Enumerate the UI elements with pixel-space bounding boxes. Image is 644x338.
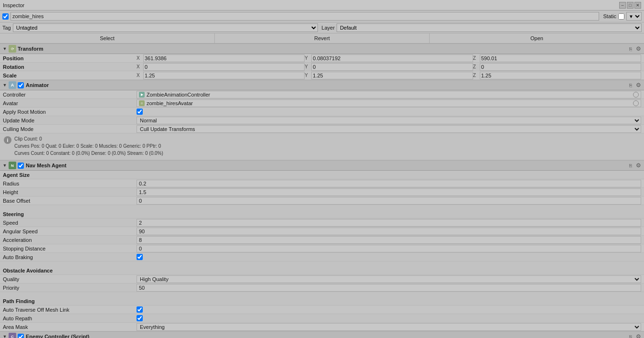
avatar-label: Avatar (3, 100, 137, 106)
controller-label: Controller (3, 92, 137, 98)
scale-y-group: Y (305, 72, 473, 79)
controller-ref-icon: ▶ (139, 92, 145, 98)
minimize-button[interactable]: – (619, 2, 626, 9)
static-dropdown[interactable]: ▼ (626, 12, 642, 21)
scale-x-group: X (137, 72, 305, 79)
update-mode-select[interactable]: Normal (137, 117, 641, 124)
auto-traverse-checkbox[interactable] (137, 306, 143, 313)
scale-x-input[interactable] (143, 72, 305, 79)
static-checkbox[interactable] (618, 13, 624, 20)
avatar-ref: ☺ zombie_hiresAvatar (137, 99, 641, 107)
quality-select[interactable]: High Quality (137, 275, 641, 283)
steering-heading-row: Steering (0, 210, 644, 218)
scale-x-letter: X (137, 73, 142, 78)
rotation-y-group: Y (305, 63, 473, 71)
base-offset-input[interactable] (137, 197, 641, 205)
model-select-button[interactable]: Select (0, 33, 215, 43)
auto-repath-checkbox[interactable] (137, 315, 143, 321)
area-mask-row: Area Mask Everything (0, 323, 644, 331)
height-input[interactable] (137, 188, 641, 196)
enemy-controller-copy-button[interactable]: ⎘ (627, 333, 634, 338)
object-active-checkbox[interactable] (2, 13, 9, 20)
model-open-button[interactable]: Open (430, 33, 644, 43)
tag-select[interactable]: Untagted (13, 23, 318, 32)
auto-traverse-values (137, 306, 641, 313)
layer-select[interactable]: Default (337, 23, 642, 32)
pathfinding-heading: Path Finding (3, 298, 35, 304)
object-header: Static ▼ (0, 11, 644, 22)
area-mask-select[interactable]: Everything (137, 323, 641, 331)
rotation-y-input[interactable] (311, 63, 473, 71)
apply-root-motion-checkbox[interactable] (137, 109, 143, 115)
scale-z-group: Z (473, 72, 641, 79)
avatar-ref-icon: ☺ (139, 100, 145, 106)
culling-mode-select[interactable]: Cull Update Transforms (137, 125, 641, 133)
animator-section-header[interactable]: ▼ A Animator ⎘ ⚙ (0, 80, 644, 90)
rotation-x-group: X (137, 63, 305, 71)
position-y-input[interactable] (311, 55, 473, 62)
scale-row: Scale X Y Z (0, 71, 644, 80)
rotation-row: Rotation X Y Z (0, 63, 644, 71)
animator-arrow-icon: ▼ (2, 82, 8, 88)
rotation-z-input[interactable] (480, 63, 641, 71)
transform-arrow-icon: ▼ (2, 46, 8, 52)
controller-select-circle[interactable] (633, 92, 639, 98)
navmesh-section-header[interactable]: ▼ N Nav Mesh Agent ⎘ ⚙ (0, 160, 644, 171)
auto-repath-label: Auto Repath (3, 316, 137, 321)
auto-traverse-row: Auto Traverse Off Mesh Link (0, 305, 644, 314)
controller-ref: ▶ ZombieAnimationController (137, 91, 641, 98)
navmesh-arrow-icon: ▼ (2, 163, 8, 168)
radius-row: Radius (0, 179, 644, 188)
transform-section-header[interactable]: ▼ ⟳ Transform ⎘ ⚙ (0, 44, 644, 54)
model-revert-button[interactable]: Revert (215, 33, 430, 43)
scale-xyz: X Y Z (137, 72, 641, 79)
title-bar-controls: – □ ✕ (619, 2, 641, 9)
stopping-distance-input[interactable] (137, 245, 641, 252)
navmesh-icon: N (9, 162, 16, 169)
navmesh-active-checkbox[interactable] (18, 163, 24, 169)
enemy-controller-section-header[interactable]: ▼ C Enemy Controller (Script) ⎘ ⚙ (0, 331, 644, 338)
navmesh-gear-button[interactable]: ⚙ (634, 162, 642, 169)
transform-copy-button[interactable]: ⎘ (627, 45, 634, 53)
object-name-input[interactable] (11, 12, 599, 21)
area-mask-label: Area Mask (3, 324, 137, 330)
obstacle-heading: Obstacle Avoidance (3, 268, 53, 273)
radius-label: Radius (3, 181, 137, 186)
position-z-input[interactable] (480, 55, 641, 62)
animator-active-checkbox[interactable] (18, 82, 24, 88)
enemy-controller-gear-button[interactable]: ⚙ (634, 333, 642, 338)
rotation-xyz: X Y Z (137, 63, 641, 71)
maximize-button[interactable]: □ (627, 2, 633, 9)
position-z-group: Z (473, 55, 641, 62)
controller-row: Controller ▶ ZombieAnimationController (0, 90, 644, 99)
rotation-x-input[interactable] (143, 63, 305, 71)
speed-input[interactable] (137, 219, 641, 227)
acceleration-row: Acceleration (0, 236, 644, 244)
priority-input[interactable] (137, 284, 641, 292)
title-bar-text: Inspector (3, 2, 24, 8)
animator-copy-button[interactable]: ⎘ (627, 81, 634, 89)
enemy-controller-active-checkbox[interactable] (18, 334, 24, 338)
scale-z-input[interactable] (480, 72, 641, 79)
position-x-input[interactable] (143, 55, 305, 62)
inspector-content[interactable]: ▼ ⟳ Transform ⎘ ⚙ Position X Y Z (0, 44, 644, 338)
obstacle-heading-row: Obstacle Avoidance (0, 266, 644, 275)
angular-speed-input[interactable] (137, 228, 641, 235)
close-button[interactable]: ✕ (634, 2, 641, 9)
scale-label: Scale (3, 73, 137, 78)
controller-value: ZombieAnimationController (147, 92, 210, 98)
scale-y-letter: Y (305, 73, 310, 78)
auto-braking-checkbox[interactable] (137, 254, 143, 260)
scale-y-input[interactable] (311, 72, 473, 79)
animator-gear-button[interactable]: ⚙ (634, 81, 642, 89)
animator-info-box: i Clip Count: 0 Curves Pos: 0 Quat: 0 Eu… (0, 133, 644, 160)
apply-root-motion-row: Apply Root Motion (0, 108, 644, 116)
acceleration-input[interactable] (137, 236, 641, 244)
radius-input[interactable] (137, 180, 641, 187)
model-row: Select Revert Open (0, 33, 644, 44)
position-x-group: X (137, 55, 305, 62)
navmesh-copy-button[interactable]: ⎘ (627, 162, 634, 169)
acceleration-label: Acceleration (3, 237, 137, 243)
transform-gear-button[interactable]: ⚙ (634, 45, 642, 53)
avatar-select-circle[interactable] (633, 100, 639, 106)
